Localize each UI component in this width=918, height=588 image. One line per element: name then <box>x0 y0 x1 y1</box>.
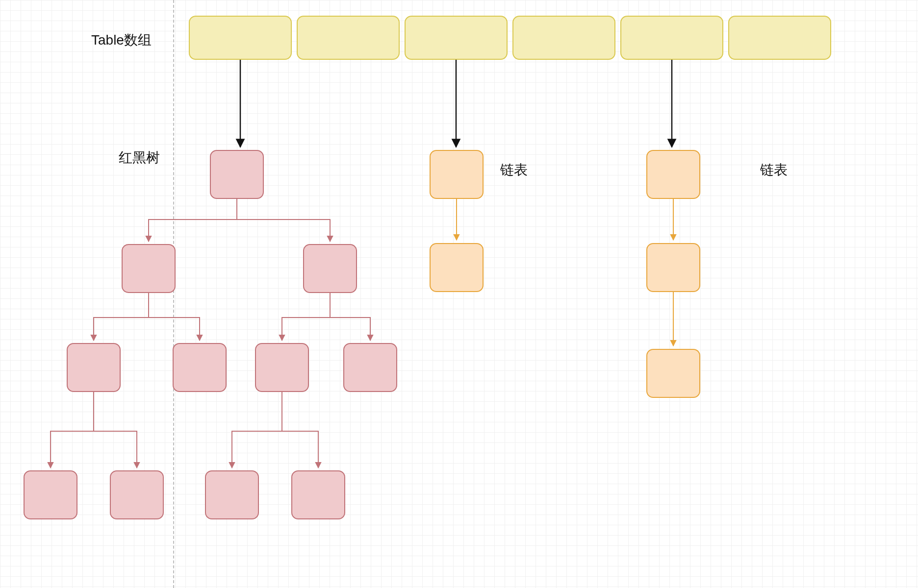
rb-root <box>210 150 264 199</box>
table-cell-1 <box>297 16 400 60</box>
rb-rll <box>205 470 259 519</box>
rb-rlr <box>291 470 345 519</box>
rb-l <box>122 244 176 293</box>
rb-lr <box>173 343 227 392</box>
rb-rl <box>255 343 309 392</box>
table-cell-0 <box>189 16 292 60</box>
rb-r <box>303 244 357 293</box>
table-cell-4 <box>620 16 723 60</box>
rb-rr <box>343 343 397 392</box>
list1-node-0 <box>430 150 484 199</box>
list2-node-1 <box>646 243 700 292</box>
rb-llr <box>110 470 164 519</box>
label-table: Table数组 <box>91 31 152 49</box>
label-rb-tree: 红黑树 <box>119 148 160 167</box>
list2-node-2 <box>646 349 700 398</box>
list2-node-0 <box>646 150 700 199</box>
rb-ll <box>67 343 121 392</box>
list1-node-1 <box>430 243 484 292</box>
table-cell-2 <box>405 16 508 60</box>
label-linked-list-1: 链表 <box>500 161 528 179</box>
vertical-cut-line <box>173 0 174 588</box>
label-linked-list-2: 链表 <box>760 161 788 179</box>
rb-lll <box>24 470 77 519</box>
table-cell-3 <box>512 16 615 60</box>
table-cell-5 <box>728 16 831 60</box>
